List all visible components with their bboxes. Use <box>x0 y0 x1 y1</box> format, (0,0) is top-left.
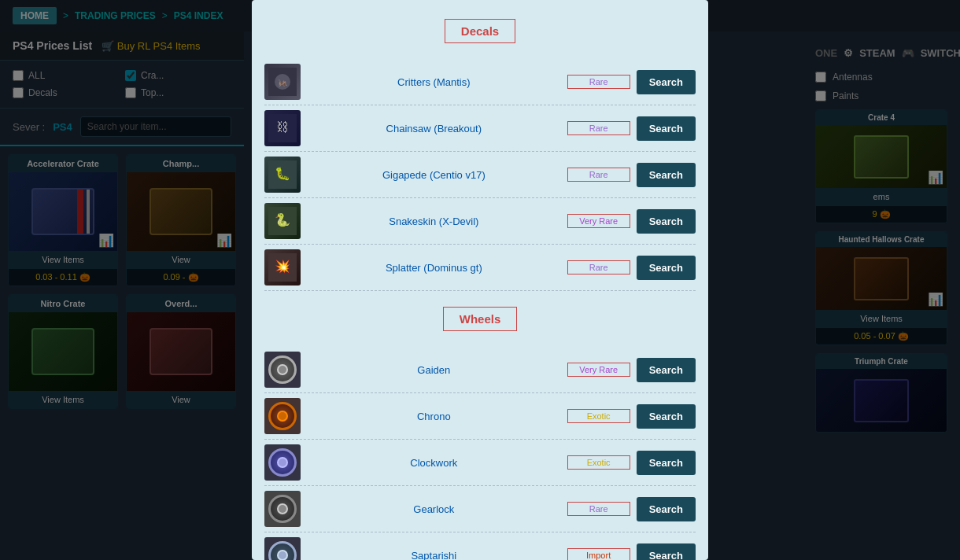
wheel-inner-gearlock <box>277 503 288 514</box>
item-thumb-gaiden <box>264 352 301 388</box>
rarity-saptarishi: Import <box>567 548 630 560</box>
svg-text:⛓: ⛓ <box>276 120 289 134</box>
item-name-gaiden: Gaiden <box>307 364 561 376</box>
item-name-saptarishi: Saptarishi <box>307 550 561 561</box>
modal-content: Decals 🦗 Critters (Mantis) Rare Search ⛓… <box>252 0 708 560</box>
item-name-splatter: Splatter (Dominus gt) <box>307 262 561 274</box>
search-button-gearlock[interactable]: Search <box>637 497 696 521</box>
search-button-clockwork[interactable]: Search <box>637 451 696 475</box>
item-row-splatter: 💥 Splatter (Dominus gt) Rare Search <box>264 245 696 291</box>
wheel-inner-saptarishi <box>277 550 288 560</box>
item-row-clockwork: Clockwork Exotic Search <box>264 440 696 486</box>
item-name-gearlock: Gearlock <box>307 503 561 515</box>
item-row-chainsaw: ⛓ Chainsaw (Breakout) Rare Search <box>264 105 696 152</box>
item-thumb-gigapede: 🐛 <box>264 157 301 193</box>
svg-text:🐍: 🐍 <box>275 212 290 227</box>
item-thumb-critters: 🦗 <box>264 64 301 100</box>
wheel-icon-clockwork <box>268 448 297 477</box>
rarity-critters: Rare <box>567 75 630 89</box>
search-button-gaiden[interactable]: Search <box>637 358 696 382</box>
item-name-chainsaw: Chainsaw (Breakout) <box>307 123 561 134</box>
wheels-section-header: Wheels <box>443 307 518 331</box>
item-name-chrono: Chrono <box>307 411 561 422</box>
wheel-inner-gaiden <box>277 364 288 375</box>
item-thumb-clockwork <box>264 444 301 481</box>
wheel-inner-chrono <box>277 411 288 422</box>
wheel-icon-gaiden <box>268 356 297 384</box>
item-row-gigapede: 🐛 Gigapede (Centio v17) Rare Search <box>264 152 696 198</box>
item-thumb-chrono <box>264 398 301 434</box>
rarity-chainsaw: Rare <box>567 121 630 135</box>
item-row-chrono: Chrono Exotic Search <box>264 393 696 440</box>
item-row-gaiden: Gaiden Very Rare Search <box>264 347 696 393</box>
item-row-saptarishi: Saptarishi Import Search <box>264 532 696 560</box>
decals-section-header: Decals <box>445 19 515 43</box>
wheel-icon-gearlock <box>268 495 297 523</box>
item-thumb-gearlock <box>264 491 301 527</box>
svg-text:🦗: 🦗 <box>278 77 288 87</box>
modal-overlay: Decals 🦗 Critters (Mantis) Rare Search ⛓… <box>0 0 960 560</box>
rarity-gaiden: Very Rare <box>567 363 630 377</box>
item-name-snakeskin: Snakeskin (X-Devil) <box>307 216 561 227</box>
search-button-splatter[interactable]: Search <box>637 256 696 280</box>
search-button-gigapede[interactable]: Search <box>637 163 696 187</box>
svg-text:💥: 💥 <box>275 259 290 274</box>
rarity-chrono: Exotic <box>567 409 630 423</box>
rarity-gearlock: Rare <box>567 502 630 516</box>
item-name-critters: Critters (Mantis) <box>307 76 561 88</box>
item-thumb-splatter: 💥 <box>264 249 301 286</box>
decals-section-header-wrap: Decals <box>264 13 696 53</box>
item-row-gearlock: Gearlock Rare Search <box>264 486 696 532</box>
search-button-critters[interactable]: Search <box>637 70 696 94</box>
rarity-snakeskin: Very Rare <box>567 214 630 228</box>
wheel-icon-chrono <box>268 402 297 430</box>
search-button-snakeskin[interactable]: Search <box>637 209 696 234</box>
search-button-chainsaw[interactable]: Search <box>637 116 696 141</box>
search-button-saptarishi[interactable]: Search <box>637 543 696 561</box>
svg-text:🐛: 🐛 <box>275 166 290 181</box>
wheel-icon-saptarishi <box>268 541 297 560</box>
item-thumb-chainsaw: ⛓ <box>264 110 301 146</box>
wheel-inner-clockwork <box>277 457 288 468</box>
rarity-gigapede: Rare <box>567 168 630 182</box>
item-row-snakeskin: 🐍 Snakeskin (X-Devil) Very Rare Search <box>264 198 696 245</box>
item-thumb-snakeskin: 🐍 <box>264 203 301 239</box>
item-name-gigapede: Gigapede (Centio v17) <box>307 169 561 181</box>
wheels-section-header-wrap: Wheels <box>264 300 696 341</box>
rarity-splatter: Rare <box>567 260 630 274</box>
rarity-clockwork: Exotic <box>567 455 630 470</box>
search-button-chrono[interactable]: Search <box>637 404 696 429</box>
item-thumb-saptarishi <box>264 537 301 560</box>
item-row-critters: 🦗 Critters (Mantis) Rare Search <box>264 59 696 105</box>
item-name-clockwork: Clockwork <box>307 457 561 469</box>
